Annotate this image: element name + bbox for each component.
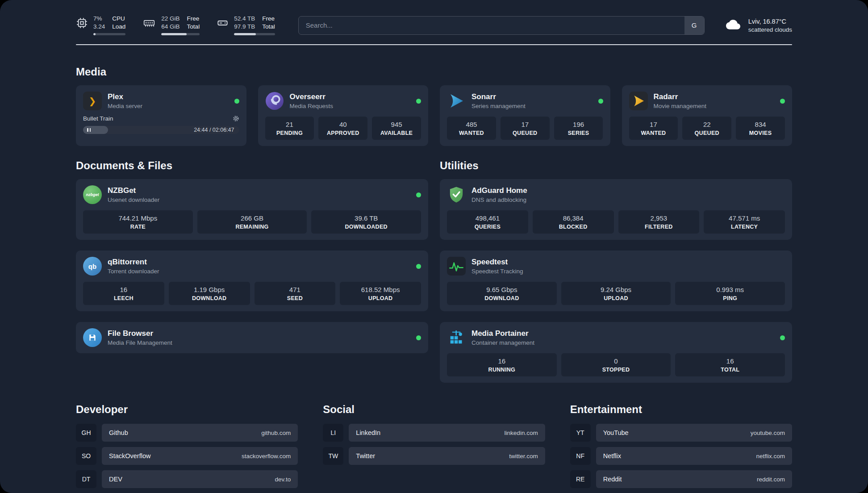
weather-widget[interactable]: Lviv, 16.87°C scattered clouds [724, 17, 792, 33]
service-card-portainer[interactable]: Media Portainer Container management 16 … [440, 322, 792, 383]
stat-tile: 47.571 ms LATENCY [704, 210, 785, 234]
qbittorrent-icon: qb [83, 257, 102, 276]
service-card-overseerr[interactable]: Overseerr Media Requests 21 PENDING 40 A… [258, 85, 429, 146]
bookmark-netflix[interactable]: NF Netflix netflix.com [570, 447, 792, 465]
bookmark-github[interactable]: GH Github github.com [76, 424, 298, 442]
section-title-documents: Documents & Files [76, 159, 428, 172]
disk-progress-bar [234, 33, 275, 35]
stat-tile: 9.24 Gbps UPLOAD [561, 282, 671, 305]
service-description: Container management [472, 339, 534, 346]
memory-progress-bar [161, 33, 200, 35]
bookmark-linkedin[interactable]: LI LinkedIn linkedin.com [323, 424, 545, 442]
stat-tile: 471 SEED [255, 282, 336, 305]
bookmark-name: DEV [109, 476, 122, 483]
dashboard-page: 7% 3.24 CPU Load [0, 0, 868, 493]
service-name: AdGuard Home [472, 186, 527, 195]
adguard-icon [447, 185, 466, 204]
cloud-icon [724, 17, 742, 33]
service-name: qBittorrent [108, 258, 159, 267]
service-card-speedtest[interactable]: Speedtest Speedtest Tracking 9.65 Gbps D… [440, 251, 792, 311]
playback-progress-bar[interactable]: 24:44 / 02:06:47 [83, 126, 239, 134]
bookmark-abbr[interactable]: LI [323, 424, 343, 442]
bookmark-abbr[interactable]: TW [323, 447, 343, 465]
service-name: Plex [108, 92, 142, 101]
bookmark-abbr[interactable]: YT [570, 424, 591, 442]
disk-total-label: Total [262, 23, 275, 30]
service-name: Sonarr [472, 92, 526, 101]
bookmark-twitter[interactable]: TW Twitter twitter.com [323, 447, 545, 465]
bookmark-name: LinkedIn [356, 429, 380, 436]
header-divider [76, 44, 792, 45]
stat-tile: 0 STOPPED [561, 353, 671, 376]
stat-tile: 39.6 TB DOWNLOADED [311, 210, 421, 234]
service-card-sonarr[interactable]: Sonarr Series management 485 WANTED 17 Q… [440, 85, 610, 146]
stat-tile: 485 WANTED [447, 117, 496, 140]
filebrowser-icon [83, 328, 102, 347]
service-card-qbittorrent[interactable]: qb qBittorrent Torrent downloader 16 LEE… [76, 251, 428, 311]
service-description: Movie management [654, 103, 707, 109]
service-description: DNS and adblocking [472, 196, 527, 203]
stat-tile: 16 RUNNING [447, 353, 557, 376]
bookmark-youtube[interactable]: YT YouTube youtube.com [570, 424, 792, 442]
service-card-nzbget[interactable]: nzbget NZBGet Usenet downloader 744.21 M… [76, 179, 428, 240]
service-description: Usenet downloader [108, 196, 159, 203]
stat-tile: 266 GB REMAINING [197, 210, 307, 234]
stat-tile: 22 QUEUED [682, 117, 731, 140]
cpu-load-value: 3.24 [93, 23, 105, 30]
service-name: Speedtest [472, 258, 523, 267]
speedtest-icon [447, 257, 466, 276]
bookmark-stackoverflow[interactable]: SO StackOverflow stackoverflow.com [76, 447, 298, 465]
cpu-load-label: Load [112, 23, 125, 30]
ram-icon [142, 17, 156, 31]
stat-tile: 196 SERIES [554, 117, 603, 140]
bookmarks-social: Social LI LinkedIn linkedin.com TW Twitt… [323, 403, 545, 470]
stat-tile: 40 APPROVED [318, 117, 367, 140]
bookmark-reddit[interactable]: RE Reddit reddit.com [570, 470, 792, 488]
search-provider-button[interactable]: G [684, 17, 704, 34]
bookmarks-entertainment: Entertainment YT YouTube youtube.com NF … [570, 403, 792, 493]
section-utilities: Utilities [440, 159, 792, 383]
disk-total-value: 97.9 TB [234, 23, 255, 30]
bookmarks-developer: Developer GH Github github.com SO StackO… [76, 403, 298, 493]
bookmark-abbr[interactable]: DT [76, 470, 96, 488]
bookmark-name: Github [109, 429, 128, 436]
stat-tile: 744.21 Mbps RATE [83, 210, 193, 234]
status-dot [416, 192, 421, 197]
pause-button[interactable] [83, 126, 108, 134]
disk-free-label: Free [262, 15, 275, 22]
stat-tile: 16 LEECH [83, 282, 164, 305]
bookmark-abbr[interactable]: RE [570, 470, 591, 488]
bookmark-domain: reddit.com [757, 476, 785, 483]
bookmark-dev[interactable]: DT DEV dev.to [76, 470, 298, 488]
now-playing: Bullet Train 24:44 / [83, 115, 239, 134]
bookmark-name: StackOverflow [109, 452, 150, 460]
cpu-monitor: 7% 3.24 CPU Load [76, 15, 125, 35]
bookmark-name: Reddit [603, 476, 622, 483]
service-card-adguard[interactable]: AdGuard Home DNS and adblocking 498,461 … [440, 179, 792, 240]
service-card-radarr[interactable]: Radarr Movie management 17 WANTED 22 QUE… [622, 85, 793, 146]
bookmark-abbr[interactable]: GH [76, 424, 96, 442]
section-title-entertainment: Entertainment [570, 403, 792, 416]
bookmark-abbr[interactable]: SO [76, 447, 96, 465]
section-title-utilities: Utilities [440, 159, 792, 172]
service-description: Speedtest Tracking [472, 268, 523, 275]
playback-time: 24:44 / 02:06:47 [194, 127, 234, 133]
service-card-filebrowser[interactable]: File Browser Media File Management [76, 322, 428, 353]
service-description: Media server [108, 103, 142, 109]
section-title-media: Media [76, 66, 792, 78]
service-card-plex[interactable]: ❯ Plex Media server Bullet Train [76, 85, 246, 146]
service-name: Overseerr [290, 92, 334, 101]
weather-location: Lviv, 16.87°C [748, 18, 792, 25]
radarr-icon [629, 92, 648, 110]
bookmark-domain: linkedin.com [505, 430, 538, 436]
cpu-chip-icon [76, 17, 88, 31]
gear-icon[interactable] [233, 115, 239, 122]
bookmark-domain: netflix.com [756, 453, 785, 460]
section-documents: Documents & Files nzbget NZBGet Usenet d… [76, 159, 428, 353]
service-description: Media Requests [290, 103, 334, 109]
bookmark-abbr[interactable]: NF [570, 447, 591, 465]
search-input[interactable] [298, 16, 705, 35]
sonarr-icon [447, 92, 466, 110]
stat-tile: 0.993 ms PING [675, 282, 785, 305]
bookmark-domain: dev.to [275, 476, 291, 483]
